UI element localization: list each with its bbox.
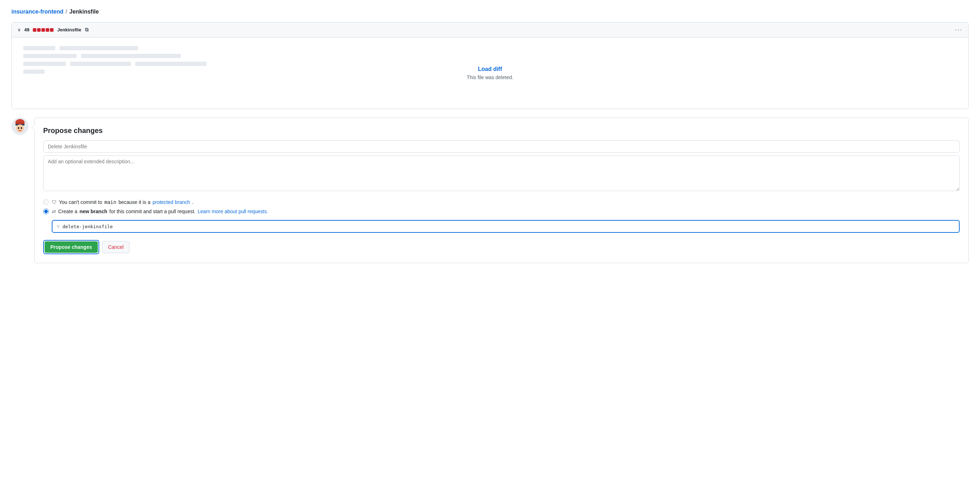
create-branch-radio[interactable]: [43, 209, 49, 214]
diff-body: Load diff This file was deleted.: [12, 37, 968, 109]
shield-icon: 🛡: [52, 199, 57, 205]
diff-pill-1: [33, 28, 37, 32]
branch-glyph-icon: ⑂: [57, 224, 60, 229]
breadcrumb: insurance-frontend / Jenkinsfile: [11, 9, 969, 15]
branch-name-input[interactable]: [62, 224, 955, 229]
breadcrumb-separator: /: [66, 9, 67, 15]
commit-to-main-label: 🛡 You can't commit to main because it is…: [52, 199, 193, 205]
propose-section: Propose changes 🛡 You can't commit to ma…: [11, 117, 969, 263]
svg-point-4: [18, 127, 19, 129]
commit-to-main-radio[interactable]: [43, 199, 49, 205]
diff-count: 49: [24, 27, 29, 32]
create-text: Create a: [58, 209, 78, 214]
cant-commit-text: You can't commit to: [59, 199, 102, 205]
diff-pill-3: [41, 28, 45, 32]
diff-header-left: ∨ 49 Jenkinsfile ⧉: [18, 27, 89, 33]
branch-icon: ⇄: [52, 209, 56, 214]
propose-changes-button[interactable]: Propose changes: [45, 241, 98, 253]
action-buttons: Propose changes Cancel: [43, 240, 960, 254]
commit-to-main-option: 🛡 You can't commit to main because it is…: [43, 199, 960, 205]
propose-changes-title: Propose changes: [43, 127, 960, 135]
avatar: [11, 117, 29, 135]
more-options-button[interactable]: ···: [955, 26, 963, 33]
diff-center-content: Load diff This file was deleted.: [467, 66, 514, 80]
diff-pill-2: [37, 28, 41, 32]
load-diff-button[interactable]: Load diff: [467, 66, 514, 72]
protected-branch-link[interactable]: protected branch: [153, 199, 190, 205]
create-branch-label: ⇄ Create a new branch for this commit an…: [52, 209, 268, 214]
create-new-branch-option: ⇄ Create a new branch for this commit an…: [43, 209, 960, 214]
because-text: because it is a: [118, 199, 151, 205]
learn-more-link[interactable]: Learn more about pull requests.: [198, 209, 268, 214]
period-1: .: [192, 199, 194, 205]
svg-rect-6: [16, 121, 24, 122]
copy-icon[interactable]: ⧉: [85, 27, 89, 33]
new-branch-bold: new branch: [80, 209, 107, 214]
diff-pills: [33, 28, 54, 32]
chevron-down-icon[interactable]: ∨: [18, 27, 21, 32]
diff-filename: Jenkinsfile: [57, 27, 81, 32]
avatar-image: [11, 117, 29, 135]
commit-title-input[interactable]: [43, 140, 960, 152]
breadcrumb-file: Jenkinsfile: [69, 9, 99, 15]
main-branch-code: main: [104, 199, 116, 205]
commit-radio-options: 🛡 You can't commit to main because it is…: [43, 199, 960, 214]
commit-description-textarea[interactable]: [43, 155, 960, 191]
diff-deleted-text: This file was deleted.: [467, 75, 514, 80]
breadcrumb-repo-link[interactable]: insurance-frontend: [11, 9, 64, 15]
propose-button-wrapper: Propose changes: [43, 240, 99, 254]
svg-point-5: [21, 127, 22, 129]
diff-pill-4: [46, 28, 49, 32]
diff-pill-5: [50, 28, 54, 32]
for-this-commit-text: for this commit and start a pull request…: [110, 209, 196, 214]
diff-card: ∨ 49 Jenkinsfile ⧉ ···: [11, 22, 969, 109]
branch-input-wrapper: ⑂: [52, 220, 960, 233]
cancel-button[interactable]: Cancel: [102, 241, 130, 253]
diff-placeholder: [12, 37, 218, 82]
propose-card: Propose changes 🛡 You can't commit to ma…: [34, 117, 969, 263]
diff-header: ∨ 49 Jenkinsfile ⧉ ···: [12, 22, 968, 37]
